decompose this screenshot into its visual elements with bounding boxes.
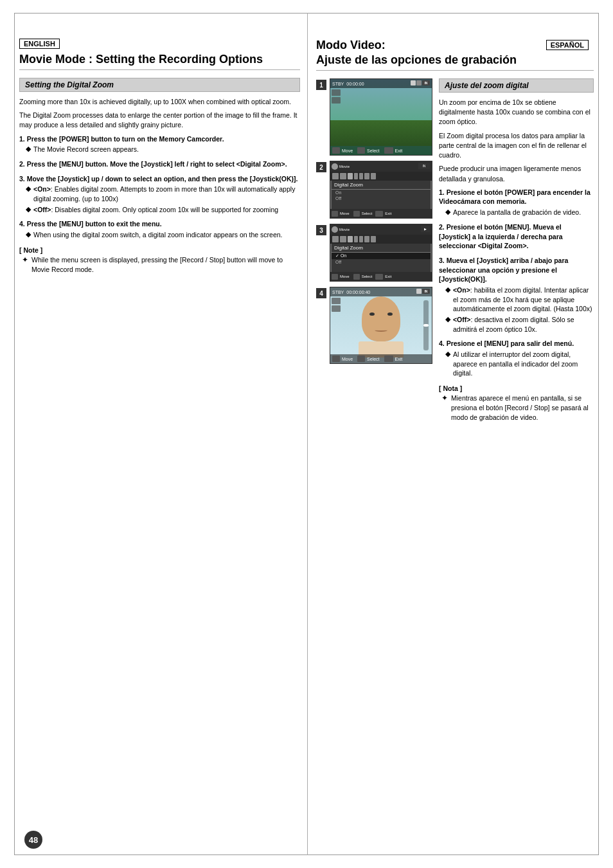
step-3-bullet-2-spanish: ◆ <Off>: desactiva el zoom digital. Sólo… [445, 315, 594, 334]
cam-screen-2: Movie IN [330, 161, 432, 219]
section-title-spanish: Ajuste del zoom digital [439, 78, 594, 93]
step-3-bullet-1-text-spanish: <On>: habilita el zoom digital. Intentar… [453, 285, 594, 314]
bullet-sym-sp-2: ◆ [445, 285, 450, 314]
step-3-spanish: 3. Mueva el [Joystick] arriba / abajo pa… [439, 256, 594, 334]
cam-top-text-1: STBY [332, 82, 344, 86]
step-3-bullet-2-english: ◆ <Off>: Disables digital zoom. Only opt… [26, 205, 300, 215]
bullet-sym-2: ◆ [26, 205, 31, 215]
cam-screen-3: Movie ▶ [330, 224, 432, 282]
step-3-bullet-1-text: <On>: Enables digital zoom. Attempts to … [33, 185, 300, 203]
page-title-spanish-1: Modo Video: [316, 39, 386, 52]
cam-top-bar-1: STBY 00:00:00 IN [330, 79, 432, 88]
border-right [598, 13, 599, 855]
center-divider [307, 13, 308, 855]
page-title-spanish-2: Ajuste de las opciones de grabación [316, 53, 594, 67]
note-item-english: ✦ While the menu screen is displayed, pr… [22, 255, 300, 274]
note-item-spanish: ✦ Mientras aparece el menú en pantalla, … [441, 393, 594, 422]
step-3-bullet-1-english: ◆ <On>: Enables digital zoom. Attempts t… [26, 185, 300, 203]
main-columns: ENGLISH Movie Mode : Setting the Recordi… [19, 39, 594, 422]
right-content: 1 STBY 00:00:00 [316, 78, 594, 422]
step-2-english: 2. Press the [MENU] button. Move the [Jo… [19, 159, 300, 169]
step-3-title-spanish: 3. Mueva el [Joystick] arriba / abajo pa… [439, 256, 594, 284]
page-number: 48 [24, 831, 42, 849]
bullet-sym-3: ◆ [26, 230, 31, 240]
section-title-english: Setting the Digital Zoom [19, 78, 300, 92]
cam-bottom-bar-1: Move Select Exit [330, 146, 432, 155]
cam-screen-1: STBY 00:00:00 IN [330, 78, 432, 156]
step-num-2: 2 [316, 162, 326, 172]
step-4-spanish: 4. Presione el [MENU] para salir del men… [439, 339, 594, 378]
step-4-bullet-spanish: ◆ Al utilizar el interruptor del zoom di… [445, 350, 594, 378]
step-num-4: 4 [316, 288, 326, 298]
cam-timer-1: 00:00:00 [346, 82, 364, 86]
step-4-bullet-text: When using the digital zoom switch, a di… [33, 230, 283, 240]
step-3-bullet-1-spanish: ◆ <On>: habilita el zoom digital. Intent… [445, 285, 594, 314]
left-column: ENGLISH Movie Mode : Setting the Recordi… [19, 39, 306, 422]
cam-screen-4: STBY 00:00:00:40 IN [330, 287, 432, 364]
step-num-3: 3 [316, 225, 326, 235]
intro-text-1-english: Zooming more than 10x is achieved digita… [19, 97, 300, 107]
screenshot-3: 3 Movie ▶ [316, 224, 432, 282]
step-3-bullet-2-text: <Off>: Disables digital zoom. Only optic… [33, 205, 278, 215]
note-sym: ✦ [22, 255, 28, 274]
right-column: Modo Video: ESPAÑOL Ajuste de las opcion… [306, 39, 594, 422]
intro-text-2-spanish: El Zoom digital procesa los datos para a… [439, 131, 594, 161]
cam-bottom-bar-4: Move Select Exit [330, 354, 432, 363]
page-title-english: Movie Mode : Setting the Recording Optio… [19, 53, 300, 66]
spanish-text-content: Ajuste del zoom digital Un zoom por enci… [439, 78, 594, 422]
step-num-1: 1 [316, 80, 326, 90]
title-section-right: Modo Video: ESPAÑOL Ajuste de las opcion… [316, 39, 594, 71]
step-3-english: 3. Move the [Joystick] up / down to sele… [19, 174, 300, 215]
border-bottom [14, 854, 599, 855]
intro-text-3-spanish: Puede producir una imagen ligeramente me… [439, 164, 594, 183]
border-top [14, 13, 599, 14]
step-4-title-english: 4. Press the [MENU] button to exit the m… [19, 219, 300, 229]
step-1-bullet-text-english: The Movie Record screen appears. [33, 145, 139, 154]
screenshot-2: 2 Movie IN [316, 161, 432, 219]
intro-text-2-english: The Digital Zoom processes data to enlar… [19, 111, 300, 130]
spanish-badge: ESPAÑOL [546, 40, 589, 50]
note-sym-spanish: ✦ [441, 393, 448, 422]
note-title-english: [ Note ] [19, 246, 300, 254]
bullet-sym-sp-1: ◆ [445, 208, 450, 217]
step-1-bullet-english: ◆ The Movie Record screen appears. [26, 145, 300, 154]
bullet-sym-sp-4: ◆ [445, 350, 450, 378]
step-3-bullet-2-text-spanish: <Off>: desactiva el zoom digital. Sólo s… [453, 315, 594, 334]
step-1-bullet-text-spanish: Aparece la pantalla de grabación de vide… [453, 208, 581, 217]
step-1-title-spanish: 1. Presione el botón [POWER] para encend… [439, 188, 594, 206]
step-1-bullet-spanish: ◆ Aparece la pantalla de grabación de vi… [445, 208, 594, 217]
note-text-english: While the menu screen is displayed, pres… [31, 255, 300, 274]
step-1-title-english: 1. Press the [POWER] button to turn on t… [19, 134, 300, 144]
intro-text-1-spanish: Un zoom por encima de 10x se obtiene dig… [439, 98, 594, 127]
screenshot-4: 4 [316, 287, 432, 364]
note-box-english: [ Note ] ✦ While the menu screen is disp… [19, 246, 300, 274]
note-text-spanish: Mientras aparece el menú en pantalla, si… [451, 393, 594, 422]
screenshot-1: 1 STBY 00:00:00 [316, 78, 432, 156]
page: ENGLISH Movie Mode : Setting the Recordi… [0, 0, 613, 868]
english-badge: ENGLISH [19, 39, 60, 49]
bullet-sym-sp-3: ◆ [445, 315, 450, 334]
step-4-title-spanish: 4. Presione el [MENU] para salir del men… [439, 339, 594, 348]
screenshots-column: 1 STBY 00:00:00 [316, 78, 432, 422]
border-left [14, 13, 15, 855]
step-1-english: 1. Press the [POWER] button to turn on t… [19, 134, 300, 154]
step-4-bullet-text-spanish: Al utilizar el interruptor del zoom digi… [453, 350, 594, 378]
step-3-title-english: 3. Move the [Joystick] up / down to sele… [19, 174, 300, 184]
step-4-english: 4. Press the [MENU] button to exit the m… [19, 219, 300, 239]
step-1-spanish: 1. Presione el botón [POWER] para encend… [439, 188, 594, 217]
bullet-sym: ◆ [26, 145, 31, 154]
step-2-title-spanish: 2. Presione el botón [MENU]. Mueva el [J… [439, 222, 594, 251]
step-4-bullet-english: ◆ When using the digital zoom switch, a … [26, 230, 300, 240]
title-section-left: ENGLISH Movie Mode : Setting the Recordi… [19, 39, 300, 70]
step-2-title-english: 2. Press the [MENU] button. Move the [Jo… [19, 159, 300, 169]
note-title-spanish: [ Nota ] [439, 384, 594, 392]
step-2-spanish: 2. Presione el botón [MENU]. Mueva el [J… [439, 222, 594, 251]
bullet-sym-1: ◆ [26, 185, 31, 203]
cam-top-bar-4: STBY 00:00:00:40 IN [330, 287, 432, 296]
note-box-spanish: [ Nota ] ✦ Mientras aparece el menú en p… [439, 384, 594, 422]
